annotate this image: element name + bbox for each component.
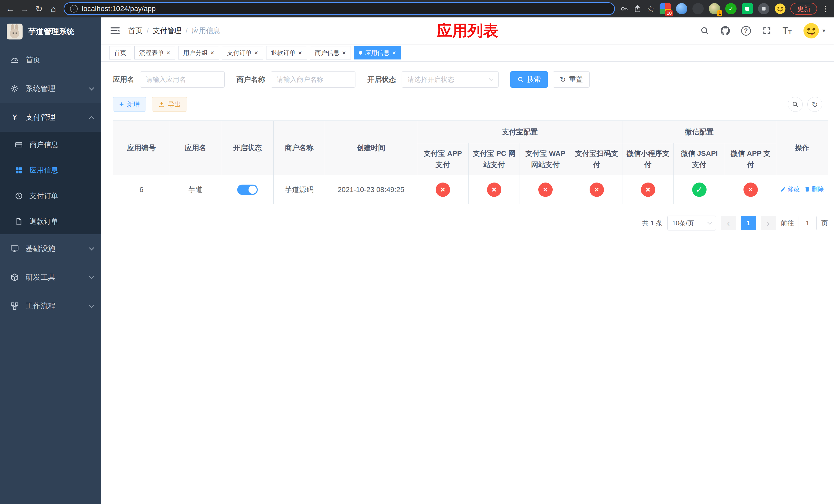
browser-home-button[interactable] [47,2,60,15]
refresh-table-button[interactable] [807,97,822,112]
wx-mini-status-icon [641,183,655,197]
sidebar-item-app-info[interactable]: 应用信息 [0,157,101,183]
browser-reload-button[interactable] [32,2,46,15]
extension-icon-colorful[interactable]: 10 [660,3,671,14]
page-1-button[interactable]: 1 [741,216,756,230]
sidebar: 芋道管理系统 首页 系统管理 支付管理 商户信息 应用信息 [0,18,101,504]
reset-button-label: 重置 [569,75,583,84]
export-button[interactable]: 导出 [152,97,187,112]
delete-link[interactable]: 删除 [804,185,824,193]
site-info-icon[interactable] [70,5,78,13]
sidebar-item-merchant-info[interactable]: 商户信息 [0,132,101,157]
tab-process-form[interactable]: 流程表单 [134,46,175,60]
password-key-icon[interactable] [620,5,628,13]
sidebar-item-workflow[interactable]: 工作流程 [0,292,101,320]
extensions-pin-icon[interactable] [758,3,769,14]
close-icon[interactable] [254,49,258,56]
chevron-down-icon [707,220,712,225]
next-page-button[interactable] [761,216,776,230]
add-button[interactable]: 新增 [113,97,146,112]
alipay-pc-status-icon [487,183,501,197]
tab-pay-orders[interactable]: 支付订单 [222,46,263,60]
edit-link[interactable]: 修改 [781,185,800,193]
close-icon[interactable] [342,49,346,56]
grid-icon [15,166,23,174]
sidebar-item-dev-tools[interactable]: 研发工具 [0,263,101,292]
reset-button[interactable]: 重置 [553,71,590,88]
user-avatar [803,23,819,39]
cube-icon [10,273,19,282]
github-icon[interactable] [721,26,730,36]
top-navbar: 首页 支付管理 应用信息 应用列表 [101,18,834,44]
sidebar-item-payment[interactable]: 支付管理 [0,103,101,132]
cell-actions: 修改 删除 [776,175,828,204]
tab-merchant-info[interactable]: 商户信息 [310,46,351,60]
extension-icon-check[interactable] [725,3,737,14]
app-name-input[interactable] [140,71,225,88]
profile-avatar-icon[interactable] [774,3,786,14]
address-bar[interactable]: localhost:1024/pay/app [64,2,615,15]
add-button-label: 新增 [127,100,140,109]
navbar-actions [700,23,826,39]
sidebar-item-infrastructure[interactable]: 基础设施 [0,234,101,263]
col-header-app-id: 应用编号 [113,121,170,175]
chevron-down-icon [489,77,493,81]
browser-menu-button[interactable] [821,4,829,14]
chevron-down-icon [89,303,94,308]
tab-label: 流程表单 [139,49,164,57]
font-size-icon[interactable] [783,25,792,36]
download-icon [158,101,165,108]
search-icon[interactable] [700,26,709,36]
sidebar-item-pay-orders[interactable]: 支付订单 [0,183,101,209]
fullscreen-icon[interactable] [762,26,771,36]
tab-refund-orders[interactable]: 退款订单 [266,46,307,60]
breadcrumb-home[interactable]: 首页 [128,26,142,36]
extension-icon-avatar[interactable]: 1 [709,3,720,14]
monitor-icon [10,244,19,253]
sidebar-item-system[interactable]: 系统管理 [0,74,101,103]
extension-icon-chat[interactable] [742,3,753,14]
prev-page-button[interactable] [721,216,736,230]
chrome-update-button[interactable]: 更新 [790,3,817,15]
tab-app-info[interactable]: 应用信息 [354,46,401,60]
cell-status [221,175,273,204]
search-icon [792,101,798,108]
sidebar-item-refund-orders[interactable]: 退款订单 [0,209,101,234]
status-toggle[interactable] [237,185,258,195]
chevron-right-icon [767,218,770,228]
help-icon[interactable] [741,26,751,36]
browser-forward-button[interactable] [18,2,31,15]
pagination: 共 1 条 10条/页 1 前往 页 [113,215,828,230]
app-logo[interactable]: 芋道管理系统 [0,18,101,46]
tab-user-group[interactable]: 用户分组 [178,46,219,60]
extension-badge: 1 [717,10,722,17]
share-icon[interactable] [633,5,642,13]
refresh-icon [560,75,566,84]
page-size-select[interactable]: 10条/页 [667,215,716,230]
app-title: 芋道管理系统 [28,26,74,37]
search-icon [517,76,524,83]
cell-create-time: 2021-10-23 08:49:25 [325,175,417,204]
sidebar-item-home[interactable]: 首页 [0,46,101,74]
browser-back-button[interactable] [4,2,17,15]
close-icon[interactable] [392,49,396,56]
extension-icon-drop[interactable] [676,3,687,14]
delete-link-label: 删除 [811,185,824,193]
col-header-alipay-qr: 支付宝扫码支付 [571,143,622,175]
user-avatar-menu[interactable] [803,23,825,39]
breadcrumb-payment[interactable]: 支付管理 [153,26,181,36]
merchant-name-input[interactable] [271,71,355,88]
status-select[interactable]: 请选择开启状态 [402,71,499,88]
bookmark-star-icon[interactable] [647,4,655,14]
close-icon[interactable] [167,49,170,56]
search-button[interactable]: 搜索 [510,71,548,88]
extension-icon-dark[interactable] [693,3,704,14]
toggle-search-button[interactable] [788,97,803,112]
tab-home[interactable]: 首页 [109,46,131,60]
close-icon[interactable] [298,49,302,56]
col-header-alipay-app: 支付宝 APP 支付 [417,143,468,175]
sidebar-toggle-button[interactable] [110,25,120,36]
goto-page-input[interactable] [798,216,816,230]
close-icon[interactable] [210,49,214,56]
col-header-actions: 操作 [776,121,828,175]
